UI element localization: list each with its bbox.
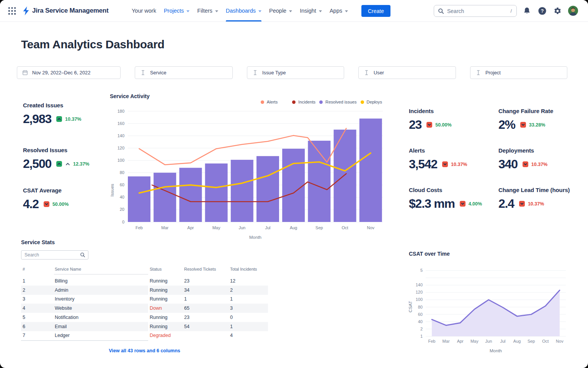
kpi-value: 2% (498, 118, 515, 132)
nav-item-projects[interactable]: Projects (164, 0, 189, 21)
service-status: Running (150, 286, 168, 295)
service-status: Running (150, 313, 168, 322)
chevron-up-icon (57, 117, 61, 121)
kpi-value-row: 2.410.37% (498, 197, 570, 211)
caret-up-icon (65, 163, 70, 166)
nav-item-apps[interactable]: Apps (330, 0, 348, 21)
column-header-status: Status (150, 267, 162, 274)
svg-text:Aug: Aug (290, 225, 297, 230)
svg-text:140: 140 (416, 283, 423, 287)
legend-dot (319, 100, 323, 104)
svg-text:CSAT: CSAT (409, 301, 413, 312)
nav-item-label: People (269, 8, 286, 14)
csat-plot: 514012010080604021FebMarAprMayJunJulAugS… (409, 260, 570, 360)
svg-text:160: 160 (118, 121, 124, 126)
legend-label: Resolved issues (325, 100, 356, 104)
svg-text:Feb: Feb (136, 225, 143, 230)
nav-item-insight[interactable]: Insight (300, 0, 322, 21)
filter-service[interactable]: Service (135, 66, 233, 79)
service-status: Down (150, 304, 162, 313)
filter-issue-type[interactable]: Issue Type (247, 66, 344, 79)
resolved-tickets: 23 (184, 276, 189, 286)
service-activity-chart: Service Activity AlertsIncidentsResolved… (110, 93, 387, 241)
nav-item-label: Dashboards (226, 8, 256, 14)
resolved-tickets: 54 (184, 322, 189, 331)
kpi-label: Deployments (498, 147, 547, 154)
svg-text:Sep: Sep (315, 225, 323, 230)
row-stripe (21, 322, 148, 331)
kpi-label: Incidents (409, 108, 452, 114)
nav-item-filters[interactable]: Filters (197, 0, 218, 21)
legend-dot (292, 100, 296, 104)
svg-text:60: 60 (418, 312, 423, 317)
column-header--: # (23, 267, 25, 274)
table-row: 2AdminRunning342 (21, 286, 268, 295)
kpi-label: Created Issues (23, 102, 82, 108)
total-incidents: 2 (230, 286, 233, 295)
trend-down-badge (460, 201, 466, 207)
kpi-deployments: Deployments34010.37% (498, 147, 547, 171)
svg-text:120: 120 (118, 146, 124, 150)
total-incidents: 1 (230, 322, 233, 331)
kpi-label: CSAT Average (23, 187, 69, 194)
product-name[interactable]: Jira Service Management (32, 0, 109, 21)
search-input[interactable] (447, 8, 510, 14)
chevron-down-icon (44, 202, 49, 206)
help-icon[interactable]: ? (538, 7, 546, 15)
stats-search-input[interactable] (24, 252, 80, 258)
nav-item-people[interactable]: People (269, 0, 292, 21)
filter-project[interactable]: Project (470, 66, 567, 79)
top-nav: Jira Service Management Your workProject… (0, 0, 588, 22)
nav-item-label: Insight (300, 8, 316, 14)
svg-text:?: ? (541, 8, 544, 14)
kpi-label: Change Failure Rate (498, 108, 553, 114)
svg-text:Apr: Apr (457, 339, 464, 343)
kpi-resolved-issues: Resolved Issues2,50012.37% (23, 147, 90, 171)
svg-text:Month: Month (490, 348, 502, 353)
chevron-down-icon (443, 162, 447, 166)
filter-nov-29-2022-dec-6-2022[interactable]: Nov 29, 2022–Dec 6, 2022 (17, 66, 121, 79)
table-row: 5NotificationRunning230 (21, 313, 268, 322)
svg-text:Oct: Oct (542, 339, 549, 343)
kpi-value-row: 2,98310.37% (23, 112, 82, 126)
service-status: Degraded (150, 331, 171, 340)
legend-item-incidents: Incidents (292, 100, 315, 104)
row-index: 5 (23, 313, 25, 322)
create-button[interactable]: Create (361, 5, 390, 17)
app-switcher-icon[interactable] (8, 7, 16, 15)
total-incidents: 12 (230, 276, 235, 286)
service-name: Admin (55, 286, 68, 295)
row-index: 7 (23, 331, 25, 340)
svg-text:Jun: Jun (238, 225, 245, 230)
chevron-down-icon (427, 123, 431, 127)
nav-search[interactable]: / (434, 5, 517, 17)
service-status: Running (150, 294, 168, 304)
svg-text:60: 60 (120, 182, 124, 187)
kpi-label: Resolved Issues (23, 147, 90, 153)
user-avatar[interactable] (568, 6, 578, 16)
svg-text:140: 140 (118, 133, 124, 138)
filter-user[interactable]: User (358, 66, 456, 79)
svg-text:120: 120 (416, 290, 423, 294)
nav-item-your-work[interactable]: Your work (132, 0, 156, 21)
csat-chart: CSAT over Time 514012010080604021FebMarA… (409, 248, 570, 360)
table-row: 6EmailRunning541 (21, 322, 268, 331)
svg-text:May: May (470, 339, 479, 343)
svg-text:100: 100 (416, 297, 423, 302)
svg-text:Apr: Apr (187, 225, 194, 230)
jira-logo-icon[interactable] (22, 6, 30, 16)
settings-gear-icon[interactable] (554, 7, 562, 15)
nav-item-dashboards[interactable]: Dashboards (226, 0, 261, 21)
view-all-link[interactable]: View all 43 rows and 6 columns (21, 348, 268, 353)
svg-text:1: 1 (420, 334, 423, 338)
service-status: Running (150, 322, 168, 331)
svg-text:40: 40 (418, 319, 423, 324)
kpi-value-row: 2350.00% (409, 118, 452, 132)
svg-text:180: 180 (118, 109, 124, 113)
stats-search[interactable] (21, 250, 88, 260)
legend-label: Deploys (367, 100, 382, 104)
legend-item-alerts: Alerts (261, 100, 278, 104)
svg-text:Aug: Aug (513, 339, 521, 343)
trend-up-badge (56, 161, 62, 167)
notifications-bell-icon[interactable] (523, 7, 531, 15)
